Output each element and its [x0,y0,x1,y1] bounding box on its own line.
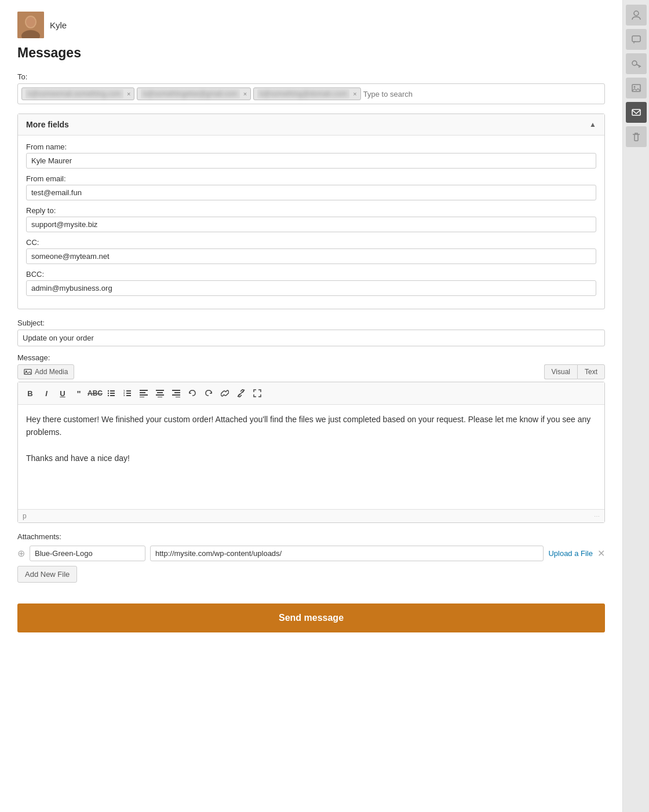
bcc-row: BCC: [26,270,596,296]
add-new-file-button[interactable]: Add New File [17,566,77,583]
svg-rect-19 [140,392,145,393]
more-fields-body: From name: From email: Reply to: CC: BCC… [18,136,604,309]
svg-rect-32 [632,36,640,42]
svg-rect-11 [110,395,115,396]
upload-file-link[interactable]: Upload a File [548,549,593,558]
message-editor[interactable]: Hey there customer! We finished your cus… [18,405,604,509]
more-fields-toggle[interactable]: More fields ▲ [18,114,604,136]
remove-recipient-3[interactable]: × [353,90,356,97]
align-right-button[interactable] [169,386,184,401]
from-name-input[interactable] [26,153,596,169]
add-new-file-label: Add New File [25,570,70,579]
sidebar-image-icon[interactable] [626,78,647,98]
strikethrough-button[interactable]: ABC [87,386,103,401]
bcc-label: BCC: [26,270,596,279]
add-media-button[interactable]: Add Media [17,364,74,379]
text-button[interactable]: Text [577,364,605,379]
blockquote-button[interactable]: " [71,386,86,401]
svg-rect-13 [126,390,131,392]
cc-row: CC: [26,238,596,264]
sidebar-person-icon[interactable] [626,5,647,25]
svg-rect-17 [126,395,131,396]
link-icon [221,389,229,397]
from-name-row: From name: [26,142,596,169]
recipient-tag-3: k@something@domain.com × [253,87,361,100]
reply-to-label: Reply to: [26,206,596,215]
from-email-label: From email: [26,174,596,183]
svg-rect-7 [110,390,115,392]
attachments-label: Attachments: [17,532,605,541]
svg-rect-23 [157,392,163,393]
svg-rect-29 [176,397,180,397]
visual-button[interactable]: Visual [544,364,577,379]
svg-rect-24 [156,394,164,396]
ordered-list-button[interactable]: 1.2.3. [120,386,135,401]
editor-tag-indicator: p [23,512,27,520]
reply-to-input[interactable] [26,217,596,232]
fullscreen-icon [253,389,261,397]
remove-recipient-1[interactable]: × [127,90,130,97]
unlink-button[interactable] [234,386,249,401]
undo-button[interactable] [185,386,200,401]
subject-section: Subject: [17,319,605,346]
svg-point-31 [634,11,639,16]
svg-rect-26 [172,390,180,391]
media-icon [24,368,32,376]
attachment-row: ⊕ Upload a File ✕ [17,546,605,561]
user-header: Kyle [17,12,605,38]
to-search-input[interactable] [363,90,461,98]
unordered-list-button[interactable] [104,386,119,401]
svg-rect-20 [140,394,148,396]
svg-rect-15 [126,393,131,394]
svg-point-10 [108,395,109,396]
svg-rect-25 [158,397,162,397]
svg-point-8 [108,393,109,394]
from-email-row: From email: [26,174,596,200]
remove-attachment-button[interactable]: ✕ [597,548,605,559]
sidebar-key-icon[interactable] [626,53,647,74]
recipient-tag-1: k@someemail.something.com × [21,87,134,100]
from-name-label: From name: [26,142,596,151]
to-field-container[interactable]: k@someemail.something.com × k@somethinge… [17,83,605,104]
page-title: Messages [17,45,605,61]
align-left-button[interactable] [136,386,151,401]
svg-rect-18 [140,390,148,391]
from-email-input[interactable] [26,185,596,200]
attachment-name-input[interactable] [30,546,145,561]
remove-recipient-2[interactable]: × [243,90,247,97]
to-label: To: [17,72,605,81]
editor-wrapper: B I U " ABC 1.2.3. [17,382,605,523]
chevron-up-icon: ▲ [589,120,596,129]
resize-handle[interactable]: ⋯ [594,513,600,520]
link-button[interactable] [217,386,232,401]
svg-rect-27 [174,392,180,393]
cc-input[interactable] [26,248,596,264]
svg-text:3.: 3. [123,394,125,397]
user-name-label: Kyle [50,20,67,30]
sidebar-trash-icon[interactable] [626,126,647,147]
sidebar-email-icon[interactable] [626,102,647,123]
more-fields-label: More fields [26,120,69,129]
fullscreen-button[interactable] [250,386,265,401]
message-toolbar-top: Add Media Visual Text [17,364,605,379]
subject-input[interactable] [17,330,605,346]
attachment-url-input[interactable] [150,546,544,561]
send-message-button[interactable]: Send message [17,603,605,632]
svg-point-37 [633,86,635,88]
redo-button[interactable] [201,386,216,401]
svg-line-34 [636,64,641,67]
recipient-tag-2: k@somethingelse@gmail.com × [137,87,251,100]
bcc-input[interactable] [26,280,596,296]
underline-button[interactable]: U [55,386,70,401]
undo-icon [188,389,196,397]
cc-label: CC: [26,238,596,247]
sidebar-bubble-icon[interactable] [626,29,647,50]
italic-button[interactable]: I [39,386,54,401]
svg-rect-21 [140,397,144,397]
bold-button[interactable]: B [23,386,38,401]
svg-rect-22 [156,390,164,391]
message-label: Message: [17,353,605,362]
align-center-button[interactable] [152,386,167,401]
svg-point-3 [26,17,35,27]
drag-handle-icon[interactable]: ⊕ [17,548,25,559]
